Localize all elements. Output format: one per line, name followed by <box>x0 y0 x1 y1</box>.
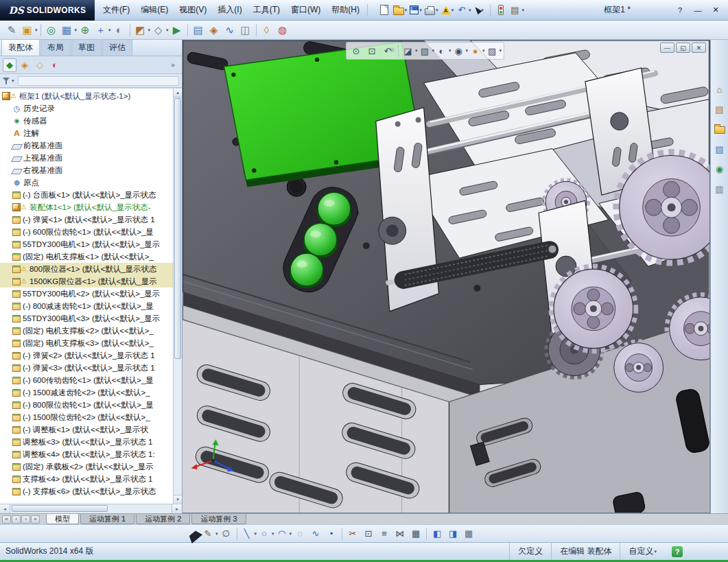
propertymanager-button[interactable]: ◈ <box>18 58 32 72</box>
tree-item[interactable]: ◷历史记录 <box>0 102 173 115</box>
smart-fasteners-button[interactable]: ⊕ <box>78 23 93 38</box>
expand-panel-button[interactable]: » <box>167 61 179 69</box>
previous-view-button[interactable]: ↶ <box>380 43 395 58</box>
zoom-to-area-button[interactable]: ⊡ <box>364 43 379 58</box>
section-view-button[interactable]: ◪▾ <box>401 43 418 58</box>
menu-item[interactable]: 窗口(W) <box>285 2 326 18</box>
mirror-entities-button[interactable]: ⋈ <box>392 526 408 541</box>
scroll-left-button[interactable]: ◂ <box>0 504 10 513</box>
tab-scroll-button[interactable]: › <box>21 515 30 524</box>
tree-item[interactable]: 55TDY300电机<1> (默认<<默认>_显示 <box>0 238 173 250</box>
menu-item[interactable]: 视图(V) <box>174 2 212 18</box>
linear-component-pattern-button[interactable]: ▦▾ <box>60 23 78 38</box>
graphics-viewport[interactable]: ⊙⊡↶◪▾▧▾◐▾◉▾●▾▨▾ —◱✕ <box>183 40 710 513</box>
reference-geometry-button[interactable]: ◇▾ <box>151 23 169 38</box>
insert-components-button[interactable]: ▣▾ <box>20 23 38 38</box>
tree-vertical-scrollbar[interactable]: ▴ ▾ <box>173 89 182 504</box>
tree-item[interactable]: ◉传感器 <box>0 115 173 127</box>
scrollbar-thumb[interactable] <box>12 505 108 512</box>
model-tab[interactable]: 运动算例 2 <box>136 514 190 524</box>
scroll-right-button[interactable]: ▸ <box>172 504 182 513</box>
spline-button[interactable]: ∿ <box>308 526 323 541</box>
model-tab[interactable]: 模型 <box>46 514 79 524</box>
trim-entities-button[interactable]: ✂ <box>345 526 360 541</box>
edit-component-button[interactable]: ✎ <box>4 23 19 38</box>
tree-item[interactable]: (-) 800减速齿轮<1> (默认<<默认>_显 <box>0 300 173 312</box>
scrollbar-track[interactable] <box>10 504 172 513</box>
tree-item[interactable]: 支撑板<4> (默认<<默认>_显示状态 1 <box>0 473 173 485</box>
move-component-button[interactable]: +▾ <box>93 23 111 38</box>
scroll-down-button[interactable]: ▾ <box>174 495 182 504</box>
grid-settings-button[interactable]: ▦ <box>461 526 476 541</box>
menu-item[interactable]: 编辑(E) <box>135 2 174 18</box>
tree-item[interactable]: 前视基准面 <box>0 139 173 152</box>
explode-line-sketch-button[interactable]: ∿ <box>222 23 237 38</box>
menu-item[interactable]: 工具(T) <box>248 2 285 18</box>
linear-sketch-pattern-button[interactable]: ▦ <box>408 526 423 541</box>
hide-show-items-button[interactable]: ◉▾ <box>452 43 469 58</box>
file-explorer-button[interactable] <box>713 122 727 136</box>
sketch-button[interactable]: ✎▾ <box>201 526 218 541</box>
close-button[interactable]: ✕ <box>707 4 724 16</box>
commandmanager-tab[interactable]: 布局 <box>40 39 71 56</box>
tree-item[interactable]: (-) 弹簧<2> (默认<<默认>_显示状态 1 <box>0 349 173 362</box>
new-document-button[interactable] <box>377 3 392 18</box>
tree-item[interactable]: 55TDY300电机<3> (默认<<默认>_显示 <box>0 312 173 325</box>
filter-icon[interactable] <box>3 76 11 85</box>
minimize-button[interactable]: — <box>690 4 706 16</box>
tree-item[interactable]: (-) 台面板<1> (默认<<默认>_显示状态 <box>0 189 173 201</box>
interference-detection-button[interactable]: ◫ <box>238 23 253 38</box>
edit-appearance-button[interactable]: ●▾ <box>469 43 485 58</box>
arc-button[interactable]: ◠▾ <box>275 526 292 541</box>
statusbar-customize-button[interactable]: 自定义 ▾ <box>620 543 665 560</box>
offset-entities-button[interactable]: ≡ <box>377 526 392 541</box>
tree-item[interactable]: (固定) 电机支撑板<3> (默认<<默认>_ <box>0 337 173 349</box>
options-button[interactable]: ▤▾ <box>509 3 525 18</box>
tree-item[interactable]: ⚠800限位器<1> (默认<默认_显示状态 <box>0 263 173 275</box>
restore-document-button[interactable]: ◱ <box>676 43 690 53</box>
design-library-button[interactable]: ▤ <box>713 102 727 116</box>
tree-item[interactable]: A注解 <box>0 127 173 139</box>
menu-item[interactable]: 插入(I) <box>212 2 247 18</box>
tree-item[interactable]: (-) 1500限位齿轮<2> (默认<<默认>_ <box>0 411 173 423</box>
tree-item[interactable]: ⊕原点 <box>0 176 173 189</box>
ellipse-button[interactable]: ◌ <box>292 526 307 541</box>
tree-item[interactable]: (-) 600传动齿轮<1> (默认<<默认>_显 <box>0 374 173 386</box>
custom-properties-button[interactable]: ▥ <box>713 182 727 196</box>
tree-item[interactable]: 右视基准面 <box>0 164 173 176</box>
close-document-button[interactable]: ✕ <box>692 43 706 53</box>
minimize-document-button[interactable]: — <box>660 43 674 53</box>
tree-item[interactable]: (固定) 电机支撑板<2> (默认<<默认>_ <box>0 325 173 337</box>
open-document-button[interactable]: ▾ <box>392 3 408 18</box>
commandmanager-tab[interactable]: 评估 <box>102 39 132 56</box>
tree-item[interactable]: ⚠1500KG限位器<1> (默认<默认_显示 <box>0 275 173 288</box>
apply-scene-button[interactable]: ▨▾ <box>486 43 502 58</box>
tab-scroll-button[interactable]: « <box>2 515 11 524</box>
scrollbar-thumb[interactable] <box>174 98 181 359</box>
chevron-down-icon[interactable]: ▾ <box>12 78 14 84</box>
point-button[interactable]: • <box>324 526 339 541</box>
circle-button[interactable]: ○▾ <box>257 526 274 541</box>
select-tool-button[interactable] <box>185 526 200 541</box>
instant3d-button[interactable]: ◊ <box>259 23 274 38</box>
model-tab[interactable]: 运动算例 3 <box>191 514 246 524</box>
line-button[interactable]: ╲▾ <box>240 526 257 541</box>
tab-scroll-button[interactable]: » <box>31 515 40 524</box>
tree-item[interactable]: (-) 600限位齿轮<1> (默认<<默认>_显 <box>0 226 173 238</box>
scroll-up-button[interactable]: ▴ <box>174 89 182 97</box>
rebuild-button[interactable] <box>493 3 508 18</box>
shaded-view-2-button[interactable]: ◨ <box>445 526 460 541</box>
tree-item[interactable]: 调整板<3> (默认<<默认>_显示状态 1 <box>0 436 173 448</box>
menu-item[interactable]: 帮助(H) <box>326 2 365 18</box>
appearances-scenes-button[interactable]: ◉ <box>713 162 727 176</box>
show-hidden-components-button[interactable]: ◐ <box>112 23 127 38</box>
configurationmanager-button[interactable]: ◇ <box>33 58 47 72</box>
solidworks-resources-button[interactable]: ⌂ <box>713 82 727 96</box>
tab-scroll-button[interactable]: ‹ <box>12 515 21 524</box>
viewport-3d-model[interactable] <box>183 40 709 513</box>
tree-item[interactable]: (-) 1500减速齿轮<2> (默认<<默认>_ <box>0 386 173 399</box>
exploded-view-button[interactable]: ◈ <box>207 23 222 38</box>
bill-of-materials-button[interactable]: ▤ <box>191 23 206 38</box>
displaymanager-button[interactable]: ◐ <box>48 58 62 72</box>
convert-entities-button[interactable]: ⊡ <box>361 526 376 541</box>
